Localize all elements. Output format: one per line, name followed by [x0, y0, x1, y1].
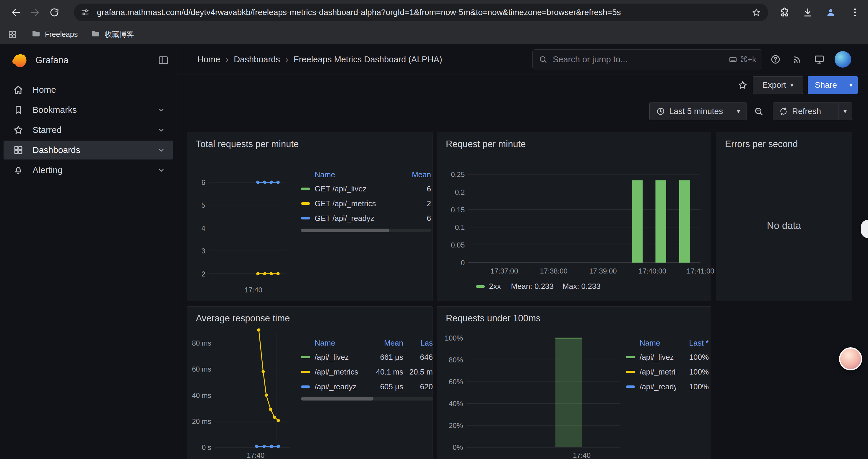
sidebar-item-alerting[interactable]: Alerting [4, 161, 173, 179]
assistant-avatar-overlay[interactable] [839, 347, 862, 370]
legend-series-name[interactable]: GET /api/_livez [315, 184, 367, 193]
time-range-picker[interactable]: Last 5 minutes ▾ [649, 102, 747, 120]
chevron-down-icon[interactable] [157, 105, 166, 114]
zoom-out-button[interactable] [750, 102, 767, 120]
breadcrumb-dashboards[interactable]: Dashboards [234, 55, 280, 64]
browser-forward-button[interactable] [27, 4, 43, 21]
svg-text:0.25: 0.25 [451, 170, 465, 178]
url-text[interactable]: grafana.mathmast.com/d/deytv4rwavabkb/fr… [97, 8, 746, 17]
svg-text:20%: 20% [449, 422, 463, 429]
panel-legend: 2xxMean: 0.233Max: 0.233 [476, 282, 601, 291]
grafana-logo[interactable] [12, 52, 28, 68]
chevron-down-icon[interactable] [157, 145, 166, 155]
legend-series-name[interactable]: /api/_metrics [640, 367, 676, 376]
panel-title[interactable]: Errors per second [725, 139, 798, 150]
svg-text:60%: 60% [449, 378, 463, 386]
sidebar-item-starred[interactable]: Starred [4, 121, 173, 139]
browser-back-button[interactable] [8, 4, 24, 21]
legend-value: 20.5 m [403, 367, 433, 376]
legend-series-name[interactable]: /api/_livez [315, 353, 349, 362]
extensions-icon[interactable] [776, 4, 793, 21]
legend-scrollbar-thumb[interactable] [301, 397, 373, 400]
kiosk-monitor-icon[interactable] [813, 54, 825, 65]
bookmark-folder-blog[interactable]: 收藏博客 [91, 25, 134, 44]
bookmark-star-icon[interactable] [752, 7, 762, 18]
legend-column-header[interactable]: Mean [396, 170, 431, 179]
downloads-icon[interactable] [800, 4, 816, 21]
legend-series-name[interactable]: /api/_livez [640, 353, 674, 362]
svg-text:0.15: 0.15 [451, 206, 465, 214]
legend-value: 40.1 ms [359, 367, 403, 376]
news-rss-icon[interactable] [792, 54, 803, 65]
legend-column-header[interactable]: Last * [676, 338, 709, 348]
browser-toolbar: grafana.mathmast.com/d/deytv4rwavabkb/fr… [0, 0, 868, 25]
svg-text:5: 5 [202, 201, 205, 209]
legend-row: /api/_livez661 µs646 [301, 350, 433, 364]
legend-series-name[interactable]: GET /api/_metrics [315, 199, 376, 208]
refresh-button[interactable]: Refresh ▾ [773, 102, 852, 120]
svg-text:0.1: 0.1 [455, 223, 465, 231]
request-per-minute-chart[interactable]: 0.250.20.150.10.05017:37:0017:38:0017:39… [442, 165, 706, 283]
user-avatar[interactable] [835, 51, 851, 68]
sidebar-item-bookmarks[interactable]: Bookmarks [4, 100, 173, 119]
chevron-down-icon[interactable] [157, 166, 166, 174]
panel-legend: NameLast */api/_livez100%/api/_metrics10… [626, 336, 709, 394]
sidebar-brand-row: Grafana [0, 44, 176, 76]
export-button[interactable]: Export▾ [753, 76, 803, 94]
panel-title[interactable]: Total requests per minute [196, 139, 299, 150]
svg-text:0%: 0% [453, 444, 463, 451]
refresh-button-main[interactable]: Refresh [773, 107, 838, 116]
site-settings-icon[interactable] [80, 7, 90, 18]
share-button[interactable]: Share ▾ [808, 76, 858, 94]
legend-scrollbar[interactable] [301, 397, 433, 400]
browser-profile-icon[interactable] [823, 4, 839, 21]
address-bar[interactable]: grafana.mathmast.com/d/deytv4rwavabkb/fr… [74, 4, 768, 21]
refresh-interval-dropdown[interactable]: ▾ [838, 103, 852, 120]
requests-under-100ms-chart[interactable]: 100%80%60%40%20%0%17:40 [442, 327, 627, 459]
share-dropdown-button[interactable]: ▾ [844, 76, 858, 94]
search-input[interactable] [553, 55, 729, 64]
legend-scrollbar-thumb[interactable] [301, 229, 390, 232]
svg-text:20 ms: 20 ms [192, 417, 211, 425]
browser-menu-icon[interactable] [847, 4, 863, 21]
breadcrumb-home[interactable]: Home [197, 55, 220, 64]
panel-title[interactable]: Average response time [196, 313, 290, 324]
favorite-star-button[interactable] [735, 76, 751, 94]
refresh-icon [779, 107, 788, 116]
legend-column-header[interactable]: Name [301, 338, 359, 348]
legend-row: GET /api/_readyz6 [301, 211, 431, 226]
bookmark-label: Freeleaps [45, 30, 78, 39]
bookmark-folder-freeleaps[interactable]: Freeleaps [31, 25, 78, 44]
svg-text:80%: 80% [449, 356, 463, 364]
share-button-label[interactable]: Share [808, 76, 844, 94]
legend-series-name[interactable]: /api/_readyz [315, 382, 356, 391]
legend-column-header[interactable]: Name [301, 170, 396, 179]
average-response-time-chart[interactable]: 80 ms60 ms40 ms20 ms0 s17:40 [192, 327, 299, 459]
svg-text:4: 4 [202, 224, 205, 232]
legend-column-header[interactable]: Las [403, 338, 433, 348]
panel-title[interactable]: Request per minute [446, 139, 526, 150]
sidebar-item-dashboards[interactable]: Dashboards [4, 140, 173, 160]
legend-series-name[interactable]: /api/_readyz [640, 382, 676, 391]
chevron-down-icon[interactable] [157, 126, 166, 134]
legend-column-header[interactable]: Name [626, 338, 676, 348]
legend-value: 620 [403, 382, 433, 391]
total-requests-chart[interactable]: 6543217:40 [192, 165, 296, 299]
legend-series-name[interactable]: GET /api/_readyz [315, 214, 374, 223]
svg-text:80 ms: 80 ms [192, 339, 211, 347]
collapse-sidebar-icon[interactable] [157, 54, 169, 66]
keyboard-shortcut: ⌘+k [729, 55, 756, 64]
legend-series-name[interactable]: /api/_metrics [315, 367, 358, 376]
legend-column-header[interactable]: Mean [359, 338, 403, 348]
help-icon[interactable] [770, 54, 781, 65]
grafana-main: Home › Dashboards › Freeleaps Metrics Da… [176, 44, 868, 459]
browser-reload-button[interactable] [46, 4, 63, 21]
sidebar-item-home[interactable]: Home [4, 80, 173, 99]
search-box[interactable]: ⌘+k [532, 49, 762, 69]
apps-grid-icon[interactable] [8, 25, 17, 44]
legend-scrollbar[interactable] [301, 229, 431, 232]
panel-title[interactable]: Requests under 100ms [446, 313, 541, 324]
legend-row: /api/_readyz100% [626, 379, 709, 394]
svg-text:17:37:00: 17:37:00 [490, 267, 518, 275]
legend-series-name[interactable]: 2xx [489, 282, 501, 291]
